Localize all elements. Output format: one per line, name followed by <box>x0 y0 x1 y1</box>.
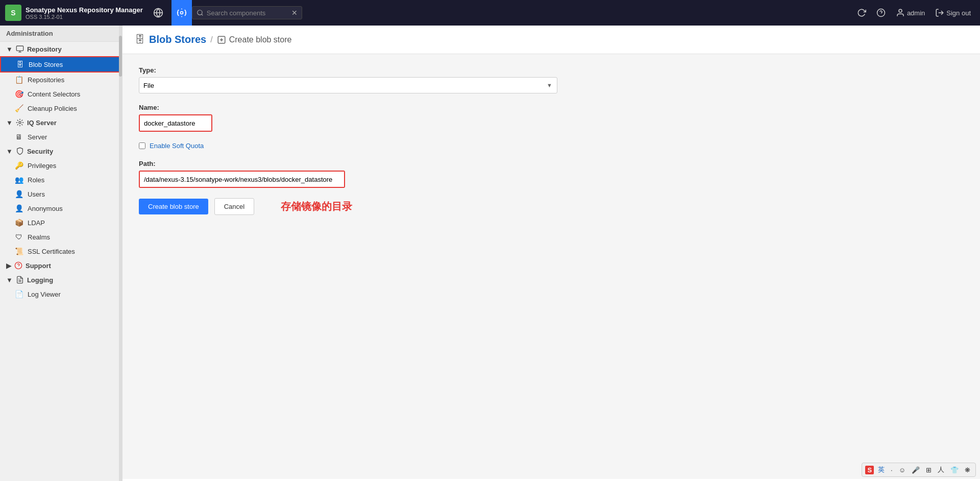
ime-emoji[interactable]: ☺ <box>897 465 908 475</box>
soft-quota-checkbox[interactable] <box>139 142 145 149</box>
name-input[interactable] <box>140 115 211 131</box>
create-icon <box>217 35 226 44</box>
security-chevron-icon: ▼ <box>6 148 13 155</box>
type-select[interactable]: File S3 <box>139 77 557 93</box>
sidebar-item-realms-label: Realms <box>28 233 50 241</box>
search-icon <box>197 9 204 16</box>
sidebar-item-blob-stores[interactable]: 🗄 Blob Stores <box>0 56 122 73</box>
button-row: Create blob store Cancel 存储镜像的目录 <box>139 198 964 215</box>
sidebar-item-users[interactable]: 👤 Users <box>0 187 122 201</box>
sidebar-section-support[interactable]: ▶ Support <box>0 258 122 273</box>
sidebar-section-iq-server[interactable]: ▼ IQ Server <box>0 115 122 130</box>
ime-shirt[interactable]: 👕 <box>948 465 961 475</box>
sidebar-item-users-label: Users <box>28 190 45 198</box>
sidebar-section-logging[interactable]: ▼ Logging <box>0 273 122 287</box>
sidebar-item-roles-label: Roles <box>28 176 44 184</box>
sidebar-item-realms[interactable]: 🛡 Realms <box>0 230 122 244</box>
sidebar-scrollbar <box>119 26 122 481</box>
breadcrumb-icon: 🗄 <box>135 34 145 45</box>
sidebar-section-security[interactable]: ▼ Security <box>0 144 122 158</box>
svg-point-2 <box>180 12 183 14</box>
ime-star[interactable]: ❋ <box>963 465 972 475</box>
logging-icon <box>16 276 24 284</box>
sidebar-item-ldap-label: LDAP <box>28 219 45 227</box>
server-icon: 🖥 <box>14 133 23 141</box>
sidebar-item-log-viewer-label: Log Viewer <box>28 291 61 298</box>
roles-icon: 👥 <box>14 176 23 184</box>
sidebar-item-ldap[interactable]: 📦 LDAP <box>0 215 122 230</box>
search-input[interactable] <box>207 9 288 17</box>
sidebar-item-privileges-label: Privileges <box>28 162 56 170</box>
anonymous-icon: 👤 <box>14 204 23 212</box>
blob-stores-icon: 🗄 <box>15 60 24 68</box>
breadcrumb-parent[interactable]: Blob Stores <box>149 34 206 45</box>
sidebar-item-cleanup-policies[interactable]: 🧹 Cleanup Policies <box>0 101 122 115</box>
ime-dot[interactable]: · <box>889 465 895 475</box>
refresh-button[interactable] <box>853 6 870 19</box>
sidebar-item-anonymous[interactable]: 👤 Anonymous <box>0 201 122 215</box>
logging-chevron-icon: ▼ <box>6 276 13 284</box>
sidebar-item-repositories[interactable]: 📋 Repositories <box>0 73 122 87</box>
breadcrumb: 🗄 Blob Stores / Create blob store <box>122 26 980 54</box>
search-bar: ✕ <box>192 6 302 19</box>
app-title: Sonatype Nexus Repository Manager <box>26 6 143 14</box>
log-viewer-icon: 📄 <box>14 290 23 298</box>
browse-icon-btn[interactable] <box>148 0 168 26</box>
annotation-text: 存储镜像的目录 <box>281 200 352 213</box>
users-icon: 👤 <box>14 190 23 198</box>
sidebar-item-content-selectors[interactable]: 🎯 Content Selectors <box>0 87 122 101</box>
privileges-icon: 🔑 <box>14 161 23 170</box>
admin-icon-btn[interactable] <box>172 0 192 26</box>
ime-logo: S <box>865 466 874 474</box>
ssl-icon: 📜 <box>14 247 23 255</box>
create-blob-store-button[interactable]: Create blob store <box>139 199 208 214</box>
cancel-button[interactable]: Cancel <box>214 198 254 215</box>
ime-user[interactable]: 人 <box>936 464 946 475</box>
app-subtitle: OSS 3.15.2-01 <box>26 14 143 20</box>
iq-chevron-icon: ▼ <box>6 119 13 127</box>
sidebar-section-repository[interactable]: ▼ Repository <box>0 42 122 56</box>
ime-keyboard[interactable]: ⊞ <box>924 465 934 475</box>
sidebar-item-anonymous-label: Anonymous <box>28 205 63 212</box>
signout-button[interactable]: Sign out <box>931 6 975 19</box>
user-menu-button[interactable]: admin <box>892 6 929 19</box>
support-icon <box>14 261 22 270</box>
search-clear-icon[interactable]: ✕ <box>291 9 298 17</box>
chevron-down-icon: ▼ <box>6 45 13 53</box>
path-group: Path: <box>139 160 964 188</box>
svg-rect-9 <box>16 46 23 51</box>
app-logo-icon: S <box>5 5 21 21</box>
type-label: Type: <box>139 66 964 74</box>
sidebar-item-roles[interactable]: 👥 Roles <box>0 173 122 187</box>
sidebar-item-cleanup-policies-label: Cleanup Policies <box>28 105 77 112</box>
sidebar-item-log-viewer[interactable]: 📄 Log Viewer <box>0 287 122 301</box>
layout: Administration ▼ Repository 🗄 Blob Store… <box>0 26 980 481</box>
sidebar-header: Administration <box>0 26 122 42</box>
content-selectors-icon: 🎯 <box>14 90 23 98</box>
sidebar: Administration ▼ Repository 🗄 Blob Store… <box>0 26 122 481</box>
ime-lang[interactable]: 英 <box>876 464 887 475</box>
sidebar-item-server[interactable]: 🖥 Server <box>0 130 122 144</box>
navbar-icons <box>148 0 192 26</box>
cleanup-policies-icon: 🧹 <box>14 104 23 112</box>
help-button[interactable] <box>872 6 890 19</box>
repositories-icon: 📋 <box>14 76 23 84</box>
sidebar-item-blob-stores-label: Blob Stores <box>29 61 63 68</box>
sidebar-section-repository-label: Repository <box>27 45 62 53</box>
sidebar-item-ssl-certificates[interactable]: 📜 SSL Certificates <box>0 244 122 258</box>
breadcrumb-current: Create blob store <box>217 35 292 44</box>
name-group: Name: <box>139 104 964 132</box>
sidebar-item-server-label: Server <box>28 133 47 141</box>
sidebar-section-security-label: Security <box>27 148 53 155</box>
security-icon <box>16 147 24 155</box>
ime-mic[interactable]: 🎤 <box>910 465 922 475</box>
ldap-icon: 📦 <box>14 219 23 227</box>
sidebar-item-ssl-label: SSL Certificates <box>28 248 75 255</box>
sidebar-item-privileges[interactable]: 🔑 Privileges <box>0 158 122 173</box>
realms-icon: 🛡 <box>14 233 23 241</box>
breadcrumb-separator: / <box>210 35 212 44</box>
path-input[interactable] <box>140 172 344 187</box>
main-content: 🗄 Blob Stores / Create blob store Type: … <box>122 26 980 481</box>
sidebar-item-repositories-label: Repositories <box>28 76 64 84</box>
path-input-wrapper <box>139 171 345 188</box>
